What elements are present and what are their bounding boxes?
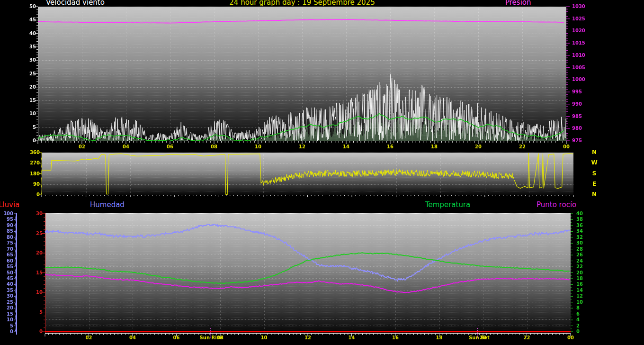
temperature-series-title: Temperatura bbox=[425, 201, 470, 209]
pressure-axis-tick-label: 1025 bbox=[572, 16, 585, 22]
sun-set-label: Sun Set bbox=[465, 335, 493, 341]
pressure-axis-tick-label: 1005 bbox=[572, 65, 585, 71]
compass-letter: N bbox=[590, 149, 599, 155]
pressure-axis-tick-label: 990 bbox=[572, 101, 582, 107]
humidity-series-title: Humedad bbox=[90, 201, 125, 209]
pressure-axis-tick-label: 1000 bbox=[572, 77, 585, 82]
pressure-axis-tick-label: 1015 bbox=[572, 40, 585, 46]
sun-rise-label: Sun Rise bbox=[197, 335, 225, 341]
compass-letter: E bbox=[590, 181, 599, 187]
compass-letter: S bbox=[590, 171, 599, 176]
pressure-axis-tick-label: 1020 bbox=[572, 28, 585, 34]
pressure-axis-tick-label: 995 bbox=[572, 89, 582, 95]
weather-24h-graph: Velocidad viento 24 hour graph day : 19 … bbox=[0, 0, 644, 345]
humidity-temperature-dewpoint-rain-chart bbox=[9, 211, 578, 342]
pressure-axis-tick-label: 1010 bbox=[572, 53, 585, 58]
pressure-axis-tick-label: 975 bbox=[572, 138, 582, 144]
pressure-axis-tick-label: 985 bbox=[572, 114, 582, 119]
wind-direction-chart bbox=[34, 151, 581, 198]
dew-point-series-title: Punto rocío bbox=[537, 201, 576, 209]
compass-letter: N bbox=[590, 191, 599, 197]
pressure-axis-tick-label: 1030 bbox=[572, 4, 585, 9]
wind-pressure-chart bbox=[30, 6, 573, 145]
pressure-axis-tick-label: 980 bbox=[572, 126, 582, 131]
rain-series-title: Lluvia bbox=[0, 201, 19, 209]
compass-letter: W bbox=[590, 160, 599, 165]
